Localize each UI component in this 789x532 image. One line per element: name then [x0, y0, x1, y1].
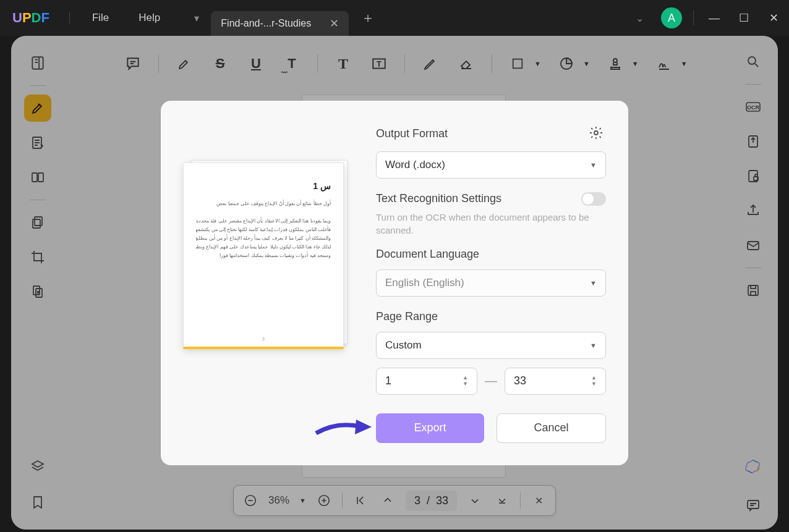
document-tab[interactable]: Find-and-...r-Studies ✕: [211, 11, 349, 36]
divider: [693, 11, 694, 25]
output-format-label: Output Format: [376, 127, 448, 140]
tab-title: Find-and-...r-Studies: [221, 18, 311, 29]
ocr-hint: Turn on the OCR when the document appear…: [376, 211, 606, 237]
page-range-label: Page Range: [376, 310, 606, 323]
output-format-value: Word (.docx): [385, 159, 445, 171]
preview-heading: س 1: [196, 179, 331, 194]
page-preview: س 1 أول خطأ شائع أن نقول أنّ الإبداع يتو…: [183, 163, 357, 443]
output-format-select[interactable]: Word (.docx) ▼: [376, 151, 606, 179]
preview-page-number: 3: [262, 336, 265, 343]
page-from-value: 1: [385, 374, 391, 387]
language-select[interactable]: English (English) ▼: [376, 269, 606, 297]
tab-close-icon[interactable]: ✕: [330, 17, 339, 30]
dropdown-icon: ▼: [590, 279, 597, 287]
dropdown-icon[interactable]: ⌄: [636, 12, 644, 24]
page-to-input[interactable]: 33 ▲▼: [505, 368, 606, 395]
export-dialog: س 1 أول خطأ شائع أن نقول أنّ الإبداع يتو…: [161, 101, 628, 465]
page-range-select[interactable]: Custom ▼: [376, 332, 606, 359]
range-dash: —: [485, 374, 497, 388]
menu-help[interactable]: Help: [124, 12, 175, 24]
tab-list-dropdown[interactable]: ▾: [187, 9, 206, 27]
user-avatar[interactable]: A: [661, 7, 682, 28]
language-value: English (English): [385, 277, 464, 289]
window-minimize[interactable]: —: [705, 12, 723, 25]
titlebar: UPDF File Help ▾ Find-and-...r-Studies ✕…: [0, 0, 789, 36]
menu-file[interactable]: File: [77, 12, 124, 24]
spinner-icon[interactable]: ▲▼: [463, 375, 468, 387]
new-tab-button[interactable]: ＋: [361, 9, 375, 27]
dropdown-icon: ▼: [590, 342, 597, 349]
export-button[interactable]: Export: [376, 413, 484, 443]
preview-page-front: س 1 أول خطأ شائع أن نقول أنّ الإبداع يتو…: [183, 163, 344, 349]
dropdown-icon: ▼: [590, 161, 597, 169]
arrow-annotation-icon: [313, 415, 375, 439]
divider: [69, 12, 70, 24]
cancel-button[interactable]: Cancel: [497, 413, 606, 443]
page-from-input[interactable]: 1 ▲▼: [376, 368, 477, 395]
spinner-icon[interactable]: ▲▼: [591, 375, 597, 387]
settings-gear-icon[interactable]: [589, 125, 606, 143]
window-maximize[interactable]: ☐: [735, 11, 753, 25]
workspace: S U T〰 T T ▼ ▼ ▼ ▼ OCR 36% ▼: [11, 36, 778, 530]
page-to-value: 33: [514, 374, 526, 387]
svg-point-26: [594, 131, 598, 135]
window-close[interactable]: ✕: [764, 11, 783, 25]
ocr-label: Text Recognition Settings: [376, 192, 501, 205]
language-label: Document Language: [376, 248, 606, 261]
modal-overlay: س 1 أول خطأ شائع أن نقول أنّ الإبداع يتو…: [11, 36, 778, 530]
export-form: Output Format Word (.docx) ▼ Text Recogn…: [376, 125, 606, 443]
app-logo: UPDF: [0, 10, 62, 26]
ocr-toggle[interactable]: [581, 192, 606, 206]
page-range-value: Custom: [385, 339, 422, 352]
